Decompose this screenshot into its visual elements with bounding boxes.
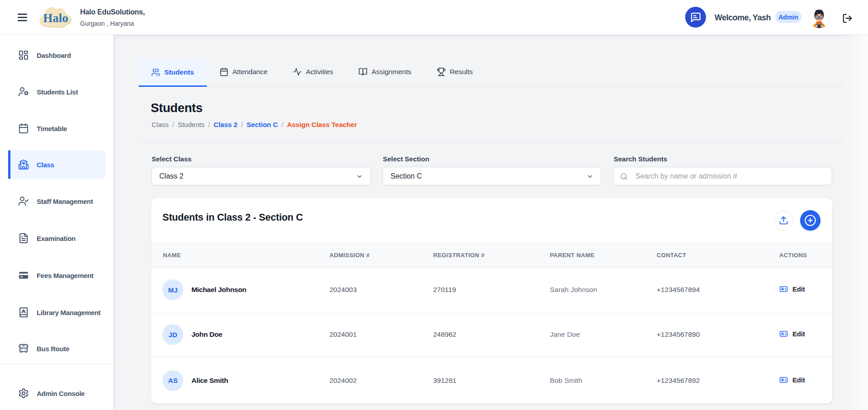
svg-text:Halo: Halo — [43, 11, 68, 25]
